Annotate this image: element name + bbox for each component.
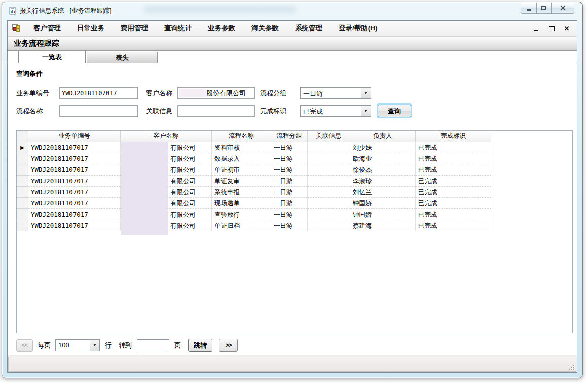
mdi-restore-icon[interactable] (547, 25, 556, 33)
menu-item[interactable]: 业务参数 (200, 21, 243, 36)
jump-button[interactable]: 跳转 (188, 339, 212, 352)
cell-process-name[interactable]: 系统申报 (212, 187, 271, 198)
last-page-button[interactable]: >> (219, 339, 238, 352)
cell-business-no[interactable]: YWDJ20181107017 (28, 176, 121, 187)
cell-related-info[interactable] (308, 209, 350, 220)
cell-business-no[interactable]: YWDJ20181107017 (28, 198, 121, 209)
cell-status[interactable]: 已完成 (416, 176, 491, 187)
menu-item[interactable]: 登录/帮助(H) (330, 21, 386, 36)
complete-flag-select[interactable]: 已完成 ▼ (300, 105, 371, 117)
cell-related-info[interactable] (308, 187, 350, 198)
cell-process-group[interactable]: 一日游 (271, 198, 308, 209)
cell-related-info[interactable] (308, 164, 350, 176)
row-selector[interactable] (17, 153, 28, 164)
cell-business-no[interactable]: YWDJ20181107017 (28, 164, 121, 176)
cell-business-no[interactable]: YWDJ20181107017 (28, 220, 121, 231)
table-row[interactable]: ▶YWDJ20181107017有限公司资料审核一日游刘少妹已完成 (17, 142, 572, 153)
cell-business-no[interactable]: YWDJ20181107017 (28, 209, 121, 220)
row-selector[interactable] (17, 220, 28, 231)
dropdown-button[interactable]: ▼ (361, 88, 371, 98)
cell-status[interactable]: 已完成 (416, 142, 491, 153)
cell-business-no[interactable]: YWDJ20181107017 (28, 187, 121, 198)
customer-name-input[interactable]: 股份有限公司 (177, 87, 255, 99)
menu-item[interactable]: 费用管理 (113, 21, 156, 36)
titlebar[interactable]: 报关行信息系统 - [业务流程跟踪] (2, 2, 582, 19)
cell-status[interactable]: 已完成 (416, 209, 491, 220)
menu-item[interactable]: 海关参数 (243, 21, 287, 36)
cell-status[interactable]: 已完成 (416, 220, 491, 231)
process-name-input[interactable] (59, 105, 138, 117)
related-info-input[interactable] (177, 105, 255, 117)
page-number-input[interactable] (137, 340, 228, 351)
table-row[interactable]: YWDJ20181107017有限公司现场递单一日游钟国娇已完成 (17, 198, 572, 209)
resize-grip-icon[interactable] (568, 364, 575, 370)
menu-item[interactable]: 系统管理 (287, 21, 330, 36)
cell-process-group[interactable]: 一日游 (271, 142, 308, 153)
cell-owner[interactable]: 刘忆兰 (350, 187, 416, 198)
column-header[interactable]: 流程名称 (212, 131, 271, 142)
cell-related-info[interactable] (308, 220, 350, 231)
cell-process-name[interactable]: 单证归档 (212, 220, 271, 231)
menu-item[interactable]: 客户管理 (25, 21, 69, 36)
cell-owner[interactable]: 钟国娇 (350, 209, 416, 220)
cell-owner[interactable]: 徐俊杰 (350, 164, 416, 176)
cell-owner[interactable]: 欧海业 (350, 153, 416, 164)
table-row[interactable]: YWDJ20181107017有限公司系统申报一日游刘忆兰已完成 (17, 187, 572, 198)
menu-item[interactable]: 查询统计 (156, 21, 200, 36)
column-header[interactable]: 负责人 (350, 131, 416, 142)
cell-status[interactable]: 已完成 (416, 198, 491, 209)
cell-owner[interactable]: 刘少妹 (350, 142, 416, 153)
cell-process-name[interactable]: 资料审核 (212, 142, 271, 153)
column-header[interactable]: 流程分组 (271, 131, 308, 142)
row-selector[interactable] (17, 176, 28, 187)
row-selector[interactable] (17, 198, 28, 209)
cell-status[interactable]: 已完成 (416, 187, 491, 198)
cell-owner[interactable]: 李淑珍 (350, 176, 416, 187)
cell-related-info[interactable] (308, 153, 350, 164)
column-header[interactable]: 关联信息 (308, 131, 350, 142)
cell-process-name[interactable]: 单证初审 (212, 164, 271, 176)
cell-process-group[interactable]: 一日游 (271, 164, 308, 176)
table-row[interactable]: YWDJ20181107017有限公司查验放行一日游钟国娇已完成 (17, 209, 572, 220)
cell-process-group[interactable]: 一日游 (271, 220, 308, 231)
row-selector[interactable]: ▶ (17, 142, 28, 153)
cell-related-info[interactable] (308, 142, 350, 153)
column-header[interactable]: 客户名称 (121, 131, 212, 142)
mdi-minimize-icon[interactable] (532, 25, 540, 33)
table-row[interactable]: YWDJ20181107017有限公司单证复审一日游李淑珍已完成 (17, 176, 572, 187)
first-page-button[interactable]: << (16, 339, 33, 352)
cell-process-name[interactable]: 现场递单 (212, 198, 271, 209)
cell-related-info[interactable] (308, 198, 350, 209)
dropdown-button[interactable]: ▼ (90, 340, 99, 351)
tab-header[interactable]: 表头 (87, 52, 158, 63)
process-group-select[interactable]: 一日游 ▼ (300, 87, 371, 99)
table-row[interactable]: YWDJ20181107017有限公司数据录入一日游欧海业已完成 (17, 153, 572, 164)
close-button[interactable] (551, 3, 574, 14)
business-no-input[interactable] (59, 87, 138, 99)
per-page-select[interactable]: 100 ▼ (55, 339, 100, 351)
minimize-button[interactable] (521, 3, 537, 14)
row-selector[interactable] (17, 187, 28, 198)
tab-overview[interactable]: 一览表 (18, 51, 86, 63)
cell-business-no[interactable]: YWDJ20181107017 (28, 142, 121, 153)
cell-process-name[interactable]: 查验放行 (212, 209, 271, 220)
cell-business-no[interactable]: YWDJ20181107017 (28, 153, 121, 164)
cell-process-group[interactable]: 一日游 (271, 209, 308, 220)
cell-owner[interactable]: 蔡建海 (350, 220, 416, 231)
column-header[interactable]: 完成标识 (416, 131, 491, 142)
row-selector[interactable] (17, 209, 28, 220)
maximize-button[interactable] (536, 3, 552, 14)
cell-process-group[interactable]: 一日游 (271, 153, 308, 164)
menu-item[interactable]: 日常业务 (69, 21, 113, 36)
table-row[interactable]: YWDJ20181107017有限公司单证归档一日游蔡建海已完成 (17, 220, 572, 231)
cell-process-name[interactable]: 数据录入 (212, 153, 271, 164)
cell-owner[interactable]: 钟国娇 (350, 198, 416, 209)
cell-process-name[interactable]: 单证复审 (212, 176, 271, 187)
row-selector[interactable] (17, 164, 28, 176)
search-button[interactable]: 查询 (378, 105, 411, 117)
dropdown-button[interactable]: ▼ (361, 106, 371, 116)
cell-related-info[interactable] (308, 176, 350, 187)
mdi-close-icon[interactable]: ✕ (563, 25, 571, 33)
table-row[interactable]: YWDJ20181107017有限公司单证初审一日游徐俊杰已完成 (17, 164, 572, 176)
cell-process-group[interactable]: 一日游 (271, 187, 308, 198)
